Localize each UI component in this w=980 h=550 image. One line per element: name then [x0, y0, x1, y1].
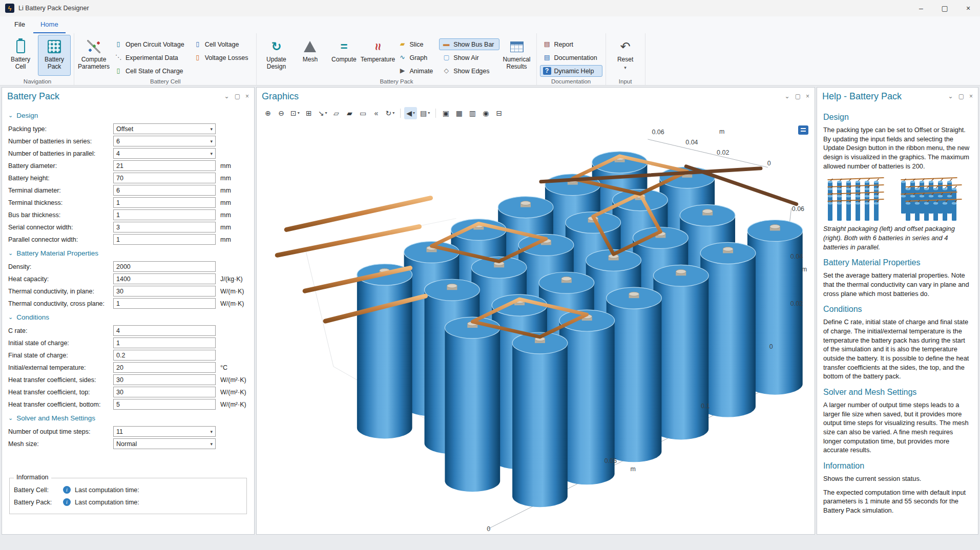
- section-header-design[interactable]: ⌄Design: [8, 112, 248, 119]
- panel-float-icon[interactable]: ▢: [795, 93, 801, 100]
- serial-connector-width-input[interactable]: [113, 222, 216, 232]
- show-bus-bar-button[interactable]: ▬Show Bus Bar: [439, 38, 499, 50]
- ribbon-group-label: Navigation: [1, 78, 74, 84]
- temperature-button[interactable]: ≈Temperature: [361, 35, 394, 76]
- heat-capacity-input[interactable]: [113, 273, 216, 284]
- view-yz-button[interactable]: ▰: [344, 107, 356, 119]
- menu-tab-home[interactable]: Home: [33, 16, 66, 33]
- battery-cell-button[interactable]: Battery Cell: [4, 35, 37, 76]
- update-design-button[interactable]: ↻Update Design: [260, 35, 293, 76]
- snapshot-button[interactable]: ◉: [479, 107, 492, 119]
- compute-parameters-button[interactable]: Compute Parameters: [77, 35, 110, 76]
- compute-button[interactable]: =Compute: [327, 35, 360, 76]
- panel-float-icon[interactable]: ▢: [958, 93, 964, 100]
- axis-tick-label: 0.05: [604, 457, 617, 464]
- panel-close-icon[interactable]: ×: [969, 93, 973, 100]
- zoom-extents-button[interactable]: ⊞: [303, 107, 315, 119]
- density-input[interactable]: [113, 261, 216, 272]
- number-of-batteries-in-parallel-select[interactable]: 4▾: [113, 148, 216, 159]
- view-xz-button[interactable]: ▭: [357, 107, 369, 119]
- cell-voltage-button[interactable]: ▯Cell Voltage: [191, 38, 254, 50]
- packaging-images: [823, 175, 972, 222]
- dynamic-help-button[interactable]: ?Dynamic Help: [540, 65, 602, 77]
- voltage-losses-button[interactable]: ▯Voltage Losses: [191, 52, 254, 64]
- number-of-output-time-steps-select[interactable]: 11▾: [113, 426, 216, 437]
- view-xz-icon: ▭: [360, 109, 366, 117]
- terminal-thickness-input[interactable]: [113, 197, 216, 208]
- show-edges-button[interactable]: ◇Show Edges: [439, 65, 499, 77]
- sound-toggle-button[interactable]: ◀▾: [404, 107, 417, 119]
- ribbon-button-label: Dynamic Help: [554, 68, 594, 75]
- slice-button[interactable]: ▰Slice: [395, 38, 438, 50]
- battery-pack-3d-scene[interactable]: 0.060.04m0.0200.060.04m0.0200.10.05m0: [257, 121, 815, 534]
- mesh-button[interactable]: Mesh: [294, 35, 326, 76]
- form-row: Heat capacity:J/(kg·K): [8, 273, 248, 284]
- thermal-conductivity-in-plane-input[interactable]: [113, 286, 216, 297]
- panel-float-icon[interactable]: ▢: [235, 93, 240, 100]
- maximize-button[interactable]: ▢: [933, 0, 956, 16]
- form-row: Number of batteries in series:6▾: [8, 136, 248, 146]
- view-xy-button[interactable]: ▱: [330, 107, 343, 119]
- rotate-view-button[interactable]: ↻▾: [384, 107, 397, 119]
- heat-transfer-coefficient-top-input[interactable]: [113, 387, 216, 397]
- animate-button[interactable]: ▶Animate: [395, 65, 438, 77]
- number-of-output-time-steps-label: Number of output time steps:: [8, 428, 113, 435]
- copy-image-button[interactable]: ▣: [440, 107, 452, 119]
- plot-table-button[interactable]: ▥: [466, 107, 478, 119]
- initial-external-temperature-input[interactable]: [113, 362, 216, 373]
- battery-pack-button[interactable]: Battery Pack: [38, 35, 71, 76]
- battery-height-input[interactable]: [113, 173, 216, 183]
- zoom-in-icon: ⊕: [265, 109, 271, 117]
- axis-tick-label: 0.1: [701, 403, 710, 410]
- ribbon-button-label: Graph: [409, 54, 427, 61]
- open-circuit-voltage-button[interactable]: ▯Open Circuit Voltage: [111, 38, 190, 50]
- panel-close-icon[interactable]: ×: [245, 93, 249, 100]
- numerical-results-button[interactable]: Numerical Results: [501, 35, 533, 76]
- section-header-battery-material-properties[interactable]: ⌄Battery Material Properties: [8, 249, 248, 257]
- show-air-button[interactable]: ▢Show Air: [439, 52, 499, 64]
- unit-label: mm: [216, 211, 231, 219]
- graphics-viewport[interactable]: 0.060.04m0.0200.060.04m0.0200.10.05m0: [257, 121, 815, 534]
- reset-button[interactable]: ↶Reset▾: [609, 35, 642, 76]
- mesh-size-select[interactable]: Normal▾: [113, 438, 216, 449]
- zoom-out-button[interactable]: ⊖: [275, 107, 287, 119]
- print-button[interactable]: ⊟: [493, 107, 505, 119]
- heat-transfer-coefficient-bottom-input[interactable]: [113, 399, 216, 410]
- bus-bar-thickness-input[interactable]: [113, 209, 216, 220]
- ribbon-button-label: Show Air: [453, 54, 478, 61]
- report-button[interactable]: ▤Report: [540, 38, 602, 50]
- panel-collapse-icon[interactable]: ⌄: [224, 93, 230, 100]
- graph-button[interactable]: ∿Graph: [395, 52, 438, 64]
- parallel-connector-width-input[interactable]: [113, 234, 216, 245]
- c-rate-input[interactable]: [113, 325, 216, 336]
- panel-close-icon[interactable]: ×: [806, 93, 809, 100]
- close-button[interactable]: ×: [956, 0, 980, 16]
- terminal-diameter-input[interactable]: [113, 185, 216, 196]
- minimize-button[interactable]: –: [909, 0, 933, 16]
- panel-collapse-icon[interactable]: ⌄: [948, 93, 953, 100]
- final-state-of-charge-input[interactable]: [113, 350, 216, 361]
- go-to-default-view-button[interactable]: ↘▾: [316, 107, 329, 119]
- ribbon-button-label: Numerical Results: [501, 56, 533, 71]
- show-grid-button[interactable]: ▦: [453, 107, 465, 119]
- zoom-box-button[interactable]: ⊡▾: [288, 107, 302, 119]
- section-header-solver-and-mesh-settings[interactable]: ⌄Solver and Mesh Settings: [8, 414, 248, 422]
- ribbon-button-label: Show Bus Bar: [453, 41, 494, 48]
- menu-tab-file[interactable]: File: [7, 16, 32, 33]
- packing-type-select[interactable]: Offset▾: [113, 123, 216, 134]
- battery-diameter-input[interactable]: [113, 160, 216, 171]
- zoom-in-button[interactable]: ⊕: [262, 107, 274, 119]
- cell-state-of-charge-button[interactable]: ▯Cell State of Charge: [111, 65, 190, 77]
- section-header-conditions[interactable]: ⌄Conditions: [8, 313, 248, 321]
- context-help-icon[interactable]: [798, 125, 808, 135]
- ribbon-group-label: Battery Cell: [74, 78, 256, 84]
- experimental-data-button[interactable]: ⋱Experimental Data: [111, 52, 190, 64]
- number-of-batteries-in-series-select[interactable]: 6▾: [113, 136, 216, 146]
- thermal-conductivity-cross-plane-input[interactable]: [113, 298, 216, 309]
- panel-collapse-icon[interactable]: ⌄: [785, 93, 790, 100]
- documentation-button[interactable]: ▤Documentation: [540, 52, 602, 64]
- heat-transfer-coefficient-sides-input[interactable]: [113, 374, 216, 385]
- view-layout-button[interactable]: ▤▾: [418, 107, 432, 119]
- initial-state-of-charge-input[interactable]: [113, 337, 216, 348]
- go-to-first-view-button[interactable]: «: [370, 107, 383, 119]
